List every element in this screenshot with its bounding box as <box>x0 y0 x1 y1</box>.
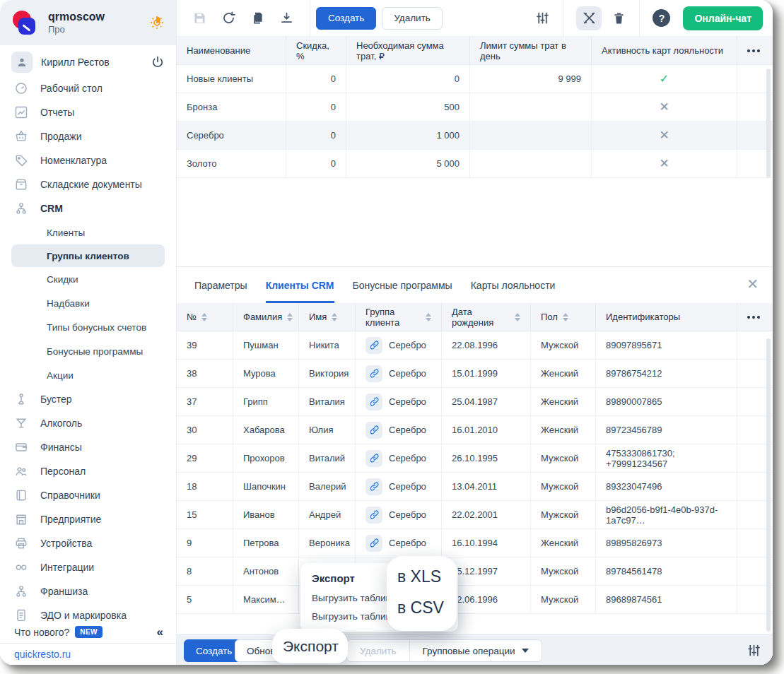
trash-icon[interactable] <box>612 11 626 25</box>
sidebar-item-enterprise[interactable]: Предприятие <box>0 507 176 531</box>
help-button[interactable]: ? <box>653 9 670 27</box>
tab-parameters[interactable]: Параметры <box>194 267 247 303</box>
table-row-selected[interactable]: Серебро 0 1 000 ✕ <box>177 122 773 150</box>
table-row[interactable]: 9 Петрова Вероника Серебро 16.10.1994 Же… <box>177 529 773 557</box>
column-header[interactable]: Дата рождения <box>442 303 531 331</box>
column-header[interactable]: Идентификаторы <box>596 303 737 331</box>
tab-loyalty-cards[interactable]: Карты лояльности <box>471 267 556 303</box>
power-icon[interactable] <box>151 55 165 69</box>
table-row[interactable]: 38 Мурова Виктория Серебро 15.01.1999 Же… <box>177 360 773 388</box>
refresh-icon[interactable] <box>221 11 236 25</box>
sidebar-item-integrations[interactable]: Интеграции <box>0 555 176 579</box>
sidebar-item-franchise[interactable]: Франшиза <box>0 579 176 603</box>
table-row[interactable]: Бронза 0 500 ✕ <box>177 93 773 122</box>
column-header[interactable]: Скидка, % <box>286 37 346 65</box>
sidebar-item-staff[interactable]: Персонал <box>0 459 176 483</box>
sidebar-item-clients[interactable]: Клиенты <box>0 220 176 244</box>
sidebar-item-promotions[interactable]: Акции <box>0 363 176 387</box>
sliders-icon[interactable] <box>535 11 550 25</box>
sidebar-item-references[interactable]: Справочники <box>0 483 176 507</box>
sidebar-item-reports[interactable]: Отчеты <box>0 100 176 124</box>
sidebar-item-discounts[interactable]: Скидки <box>0 267 176 291</box>
column-header[interactable]: Необходимая сумма трат, ₽ <box>346 37 470 65</box>
table-row[interactable]: 5 Максим… 22.06.1996 Мужской 89689874561 <box>177 586 773 614</box>
sidebar-item-alcohol[interactable]: Алкоголь <box>0 411 176 435</box>
sidebar-item-dashboard[interactable]: Рабочий стол <box>0 76 176 100</box>
table-row[interactable]: 37 Грипп Виталия Серебро 25.04.1987 Женс… <box>177 388 773 416</box>
column-header[interactable]: № <box>177 303 233 331</box>
scrollbar-thumb[interactable] <box>766 69 771 178</box>
column-header[interactable]: Наименование <box>177 37 286 65</box>
sun-icon[interactable] <box>149 15 165 30</box>
quickresto-site-link[interactable]: quickresto.ru <box>14 649 71 660</box>
column-header[interactable]: Имя <box>299 303 356 331</box>
infinity-icon <box>14 560 28 574</box>
sidebar-item-surcharges[interactable]: Надбавки <box>0 291 176 315</box>
magnified-csv-text: в CSV <box>397 598 444 617</box>
column-menu[interactable] <box>737 37 773 65</box>
panel-tabs: Параметры Клиенты CRM Бонусные программы… <box>177 267 773 303</box>
column-header[interactable]: Фамилия <box>233 303 299 331</box>
collapse-sidebar-icon[interactable]: « <box>157 625 163 639</box>
top-toolbar: Создать Удалить ? Онлайн-чат <box>177 0 773 37</box>
sidebar-item-bonus-programs[interactable]: Бонусные программы <box>0 339 176 363</box>
delete-button[interactable]: Удалить <box>382 7 443 30</box>
link-icon[interactable] <box>365 507 382 524</box>
column-header[interactable]: Активность карт лояльности <box>592 37 737 65</box>
sidebar-item-bonus-account-types[interactable]: Типы бонусных счетов <box>0 315 176 339</box>
column-menu[interactable] <box>737 303 773 331</box>
wallet-icon <box>14 440 28 454</box>
table-row[interactable]: 18 Шапочкин Валерий Серебро 13.04.2011 М… <box>177 473 773 501</box>
sort-icon <box>515 313 520 321</box>
link-icon[interactable] <box>365 478 382 495</box>
download-icon[interactable] <box>279 11 294 25</box>
sidebar-item-finance[interactable]: Финансы <box>0 435 176 459</box>
sidebar-item-nomenclature[interactable]: Номенклатура <box>0 148 176 172</box>
column-header[interactable]: Группа клиента <box>356 303 442 331</box>
user-row[interactable]: Кирилл Рестов <box>0 48 176 76</box>
sidebar-item-warehouse[interactable]: Складские документы <box>0 172 176 196</box>
tab-bonus-programs[interactable]: Бонусные программы <box>353 267 452 303</box>
delete-clients-button[interactable]: Удалить <box>347 640 409 661</box>
link-icon[interactable] <box>365 394 382 410</box>
close-panel-icon[interactable]: ✕ <box>747 277 759 291</box>
scrollbar-thumb[interactable] <box>766 338 771 632</box>
table-row[interactable]: 30 Хабарова Юлия Серебро 16.01.2010 Женс… <box>177 416 773 444</box>
sidebar-item-booster[interactable]: Бустер <box>0 387 176 411</box>
create-button[interactable]: Создать <box>316 7 376 30</box>
sliders-icon[interactable] <box>747 643 761 658</box>
document-icon <box>14 608 28 622</box>
cross-icon: ✕ <box>659 100 669 114</box>
link-icon[interactable] <box>365 535 382 552</box>
sidebar-item-devices[interactable]: Устройства <box>0 531 176 555</box>
table-row[interactable]: 15 Иванов Андрей Серебро 22.02.2001 Мужс… <box>177 501 773 529</box>
sidebar-item-sales[interactable]: Продажи <box>0 124 176 148</box>
link-icon[interactable] <box>365 422 382 439</box>
link-icon[interactable] <box>365 365 382 382</box>
sidebar-header: qrmoscow Про <box>0 0 176 45</box>
new-badge: NEW <box>75 626 103 638</box>
table-row[interactable]: 39 Пушман Никита Серебро 22.08.1996 Мужс… <box>177 331 773 360</box>
sidebar-footer: Что нового? NEW « quickresto.ru <box>0 621 176 665</box>
copy-icon[interactable] <box>250 11 265 25</box>
table-row[interactable]: Золото 0 5 000 ✕ <box>177 150 773 178</box>
booster-icon <box>14 392 28 406</box>
link-icon[interactable] <box>365 450 382 467</box>
table-row[interactable]: 8 Антонов 15.12.1997 Мужской 89784561478 <box>177 557 773 586</box>
sidebar-item-client-groups[interactable]: Группы клиентов <box>11 244 165 267</box>
cross-icon: ✕ <box>659 156 669 171</box>
online-chat-button[interactable]: Онлайн-чат <box>683 6 763 30</box>
client-groups-table-header: Наименование Скидка, % Необходимая сумма… <box>177 37 773 65</box>
whats-new-link[interactable]: Что нового? <box>14 627 69 638</box>
column-header[interactable]: Лимит суммы трат в день <box>470 37 592 65</box>
table-row[interactable]: Новые клиенты 0 0 9 999 ✓ <box>177 65 773 93</box>
link-icon[interactable] <box>365 337 382 354</box>
column-header[interactable]: Пол <box>531 303 596 331</box>
tab-crm-clients[interactable]: Клиенты CRM <box>266 267 334 303</box>
save-icon[interactable] <box>192 11 207 25</box>
tools-button[interactable] <box>576 6 602 30</box>
table-row[interactable]: 29 Прохоров Виталий Серебро 26.10.1995 М… <box>177 444 773 473</box>
group-operations-button[interactable]: Групповые операции <box>409 640 542 661</box>
footer-button-group: Удалить Групповые операции <box>346 639 542 662</box>
sidebar-item-crm[interactable]: CRM <box>0 196 176 220</box>
